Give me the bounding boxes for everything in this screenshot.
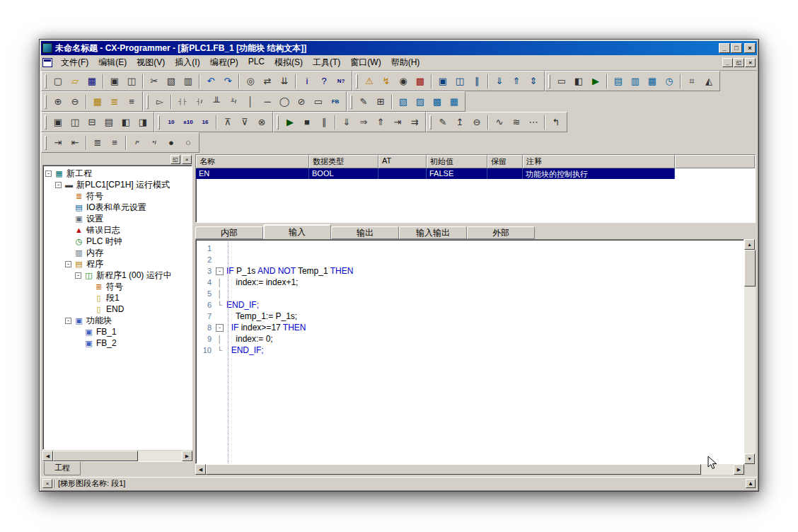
code-line-1[interactable]: 1 bbox=[196, 243, 744, 254]
code-line-6[interactable]: 6└END_IF; bbox=[196, 299, 744, 311]
plc-memory-button[interactable]: ▥ bbox=[627, 73, 644, 90]
toolbar-drag-handle[interactable] bbox=[45, 115, 47, 129]
online-edit-send-button[interactable]: ↥ bbox=[451, 114, 468, 131]
code-line-3[interactable]: 3-IF P_1s AND NOT Temp_1 THEN bbox=[196, 265, 744, 277]
var-row-en[interactable]: ENBOOLFALSE功能块的控制执行 bbox=[196, 168, 755, 179]
code-line-10[interactable]: 10└ END_IF; bbox=[196, 345, 744, 356]
data-trace-button[interactable]: ∿ bbox=[491, 114, 508, 131]
toolbar-drag-handle[interactable] bbox=[429, 115, 432, 129]
scroll-right-button[interactable]: ▶ bbox=[182, 451, 192, 461]
find-next-button[interactable]: ⇊ bbox=[276, 73, 293, 90]
new-contact-button[interactable]: ┤├ bbox=[174, 93, 191, 110]
watch-window-button[interactable]: ◭ bbox=[700, 73, 717, 90]
monitor-mode-button[interactable]: ◫ bbox=[451, 73, 468, 90]
back-button[interactable]: ↰ bbox=[548, 114, 565, 131]
toolbar-drag-handle[interactable] bbox=[45, 136, 47, 150]
output-scroll-up-button[interactable]: ▲ bbox=[746, 479, 756, 488]
cross-reference-button[interactable]: ⌗ bbox=[683, 73, 700, 90]
tree-item-memory[interactable]: ▥内存 bbox=[43, 247, 192, 258]
online-edit-begin-button[interactable]: ✎ bbox=[434, 114, 451, 131]
toolbar-drag-handle[interactable] bbox=[158, 115, 160, 129]
stop-button[interactable]: ■ bbox=[299, 114, 316, 131]
tree-item-error-log[interactable]: ▲错误日志 bbox=[43, 224, 192, 236]
tree-expander-icon[interactable]: - bbox=[65, 318, 71, 324]
column-header-at[interactable]: AT bbox=[378, 155, 427, 168]
toolbar-drag-handle[interactable] bbox=[45, 95, 47, 109]
download-to-plc-button[interactable]: ⇓ bbox=[491, 73, 508, 90]
tab-external[interactable]: 外部 bbox=[467, 226, 535, 239]
menu-edit[interactable]: 编辑(E) bbox=[93, 55, 132, 70]
tile-vertical-button[interactable]: ⊟ bbox=[83, 114, 100, 131]
new-vertical-button[interactable]: │ bbox=[242, 93, 259, 110]
tile-horizontal-button[interactable]: ◫ bbox=[66, 114, 83, 131]
output-close-button[interactable]: × bbox=[42, 479, 52, 488]
time-chart-button[interactable]: ≋ bbox=[508, 114, 525, 131]
pause-monitor-button[interactable]: ∥ bbox=[468, 73, 485, 90]
bookmark-toggle-button[interactable]: ● bbox=[163, 134, 180, 151]
scroll-right-button[interactable]: ▶ bbox=[734, 464, 744, 475]
code-line-8[interactable]: 8- IF index>=17 THEN bbox=[196, 322, 744, 333]
toolbar-drag-handle[interactable] bbox=[548, 74, 550, 88]
tree-expander-icon[interactable]: - bbox=[55, 182, 62, 188]
toolbar-drag-handle[interactable] bbox=[356, 74, 358, 88]
code-line-2[interactable]: 2 bbox=[196, 254, 744, 265]
menu-file[interactable]: 文件(F) bbox=[56, 55, 93, 70]
force-cancel-button[interactable]: ⊗ bbox=[253, 114, 270, 131]
new-instruction-button[interactable]: ▭ bbox=[310, 93, 327, 110]
tab-input[interactable]: 输入 bbox=[263, 224, 331, 239]
column-header-initial-value[interactable]: 初始值 bbox=[427, 155, 487, 168]
new-horizontal-button[interactable]: ─ bbox=[259, 93, 276, 110]
step-into-button[interactable]: ⇓ bbox=[338, 114, 355, 131]
grid-button[interactable]: ▦ bbox=[89, 93, 106, 110]
workspace-dock-button[interactable]: ◱ bbox=[170, 155, 180, 164]
new-button[interactable]: ▢ bbox=[50, 73, 66, 90]
online-edit-release-button[interactable]: ⊖ bbox=[468, 114, 485, 131]
local-symbols-button[interactable]: ▦ bbox=[446, 93, 463, 110]
tree-item-section1[interactable]: ▯段1 bbox=[43, 292, 192, 303]
invoke-function-block-button[interactable]: FB bbox=[327, 93, 344, 110]
toolbar-drag-handle[interactable] bbox=[45, 74, 47, 88]
insert-program-button[interactable]: ▧ bbox=[395, 93, 412, 110]
scrollbar-track[interactable] bbox=[744, 250, 756, 453]
close-button[interactable]: × bbox=[744, 43, 756, 53]
upload-from-plc-button[interactable]: ⇑ bbox=[508, 73, 525, 90]
fold-toggle-icon[interactable]: - bbox=[216, 267, 224, 275]
print-preview-button[interactable]: ◫ bbox=[123, 73, 140, 90]
zoom-in-button[interactable]: ⊕ bbox=[50, 93, 66, 110]
watch-list-button[interactable]: ≡ bbox=[106, 134, 123, 151]
cascade-windows-button[interactable]: ▣ bbox=[50, 114, 66, 131]
code-line-4[interactable]: 4│ index:= index+1; bbox=[196, 277, 744, 288]
force-off-button[interactable]: ⊽ bbox=[236, 114, 253, 131]
compile-button[interactable]: ⚠ bbox=[361, 73, 378, 90]
maximize-button[interactable]: □ bbox=[731, 43, 742, 53]
toggle-output-button[interactable]: ◨ bbox=[134, 114, 151, 131]
context-help-button[interactable]: N? bbox=[332, 73, 349, 90]
monitor-decimal-button[interactable]: 10 bbox=[163, 114, 180, 131]
tree-expander-icon[interactable]: - bbox=[65, 261, 71, 267]
new-or-contact-button[interactable]: ╨ bbox=[208, 93, 225, 110]
code-line-7[interactable]: 7 Temp_1:= P_1s; bbox=[196, 311, 744, 322]
code-editor[interactable]: 123-IF P_1s AND NOT Temp_1 THEN4│ index:… bbox=[195, 239, 744, 464]
tree-item-end[interactable]: ▯END bbox=[43, 303, 192, 315]
tab-internal[interactable]: 内部 bbox=[195, 226, 263, 239]
find-monitor-button[interactable]: ◉ bbox=[395, 73, 412, 90]
symbol-list-button[interactable]: ≣ bbox=[89, 134, 106, 151]
menu-simulation[interactable]: 模拟(S) bbox=[270, 55, 308, 70]
replace-button[interactable]: ⇄ bbox=[259, 73, 276, 90]
menu-program[interactable]: 编程(P) bbox=[205, 55, 243, 70]
toggle-workspace-button[interactable]: ◧ bbox=[117, 114, 134, 131]
menu-plc[interactable]: PLC bbox=[243, 55, 270, 70]
tree-item-function-blocks[interactable]: -▣功能块 bbox=[43, 315, 192, 326]
scrollbar-thumb[interactable] bbox=[206, 464, 701, 475]
zoom-out-button[interactable]: ⊖ bbox=[66, 93, 83, 110]
online-toggle-button[interactable]: ▩ bbox=[412, 73, 429, 90]
tree-item-io-table[interactable]: ▤IO表和单元设置 bbox=[43, 202, 192, 213]
titlebar[interactable]: 未命名标题 - CX-Programmer - [新PLC1.FB_1 [功能块… bbox=[41, 41, 757, 55]
scroll-left-button[interactable]: ◀ bbox=[42, 451, 53, 461]
tree-item-programs[interactable]: -▤程序 bbox=[43, 258, 192, 270]
tree-expander-icon[interactable]: - bbox=[75, 272, 81, 279]
menu-window[interactable]: 窗口(W) bbox=[345, 55, 386, 70]
save-button[interactable]: ▦ bbox=[83, 73, 100, 90]
menu-view[interactable]: 视图(V) bbox=[132, 55, 170, 70]
monitor-hex-button[interactable]: 16 bbox=[197, 114, 214, 131]
